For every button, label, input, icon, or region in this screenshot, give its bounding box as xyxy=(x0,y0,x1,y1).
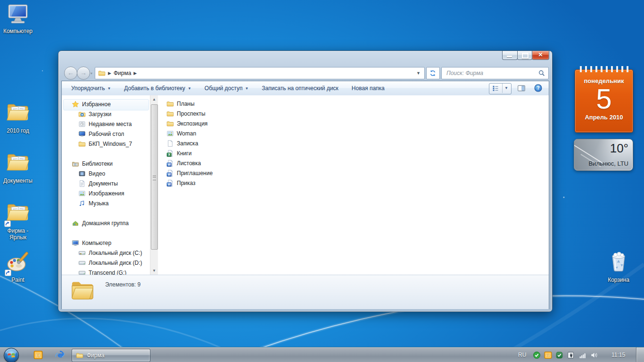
desktop-icon-recycle-bin[interactable]: Корзина xyxy=(602,249,636,283)
start-button[interactable] xyxy=(4,348,19,362)
calendar-day: 5 xyxy=(575,84,633,114)
tray-security-shield-icon[interactable] xyxy=(555,351,563,359)
computer-icon xyxy=(72,239,79,247)
file-item-ekspozitsiya[interactable]: Экспозиция xyxy=(166,119,207,128)
sidebar-item-homegroup[interactable]: Домашняя группа xyxy=(72,219,129,228)
views-dropdown-icon[interactable]: ▼ xyxy=(504,86,508,90)
tray-network-signal-icon[interactable] xyxy=(579,351,587,359)
forward-button[interactable]: → xyxy=(77,67,90,80)
sidebar-item-desktop[interactable]: Рабочий стол xyxy=(78,129,124,139)
desktop-icon-documents[interactable]: Документы xyxy=(1,150,35,184)
system-drive-icon xyxy=(78,249,86,257)
address-dropdown-icon[interactable]: ▼ xyxy=(416,71,421,76)
libraries-icon xyxy=(72,160,79,168)
breadcrumb-arrow-icon[interactable]: ▶ xyxy=(108,71,111,76)
homegroup-icon xyxy=(72,219,79,227)
recycle-bin-icon xyxy=(606,249,631,274)
forward-arrow-icon: → xyxy=(77,67,90,79)
breadcrumb-location[interactable]: Фирма xyxy=(114,70,131,76)
scroll-down-button[interactable]: ▼ xyxy=(150,267,158,275)
calendar-gadget[interactable]: понедельник 5 Апрель 2010 xyxy=(575,69,633,133)
star-icon xyxy=(72,101,79,108)
taskbar-task-firma[interactable]: Фирма xyxy=(72,349,150,362)
file-item-knigi[interactable]: Книги xyxy=(166,149,191,158)
change-view-button[interactable]: ▼ xyxy=(489,83,512,94)
shortcut-arrow-icon xyxy=(4,220,11,227)
toolbar-burn-disc[interactable]: Записать на оптический диск xyxy=(262,85,339,92)
breadcrumb-arrow-icon[interactable]: ▶ xyxy=(133,71,137,76)
calendar-month-year: Апрель 2010 xyxy=(575,114,633,121)
hard-drive-icon xyxy=(78,259,86,267)
taskbar-internet-explorer-icon[interactable] xyxy=(55,350,65,360)
taskbar-outlook-icon[interactable] xyxy=(33,350,43,360)
tray-outlook-icon[interactable] xyxy=(544,351,552,359)
file-item-zapiska[interactable]: Записка xyxy=(166,139,198,148)
help-button[interactable] xyxy=(534,84,542,92)
image-file-icon xyxy=(166,130,174,137)
task-label: Фирма xyxy=(87,352,104,359)
file-item-plany[interactable]: Планы xyxy=(166,99,195,109)
chevron-down-icon: ▼ xyxy=(107,86,111,91)
toolbar-share[interactable]: Общий доступ▼ xyxy=(205,85,249,92)
desktop-icon-computer[interactable]: Компьютер xyxy=(1,2,35,34)
language-indicator[interactable]: RU xyxy=(518,352,526,358)
search-icon[interactable] xyxy=(538,69,545,77)
scrollbar-thumb[interactable] xyxy=(151,104,158,250)
big-folder-icon xyxy=(69,277,96,303)
sidebar-item-disk-c[interactable]: Локальный диск (C:) xyxy=(78,248,142,258)
tray-green-check-icon[interactable] xyxy=(533,351,541,359)
minimize-button[interactable] xyxy=(502,51,518,60)
sidebar-item-recent-places[interactable]: Недавние места xyxy=(78,119,132,129)
sidebar-item-videos[interactable]: Видео xyxy=(78,169,105,178)
file-item-listovka[interactable]: Листовка xyxy=(166,159,201,168)
folder-icon xyxy=(166,110,174,118)
desktop-icon-label: Корзина xyxy=(602,277,636,283)
sidebar-item-bkp-windows7[interactable]: БКП_Windows_7 xyxy=(78,139,132,149)
desktop: Компьютер 2010 год Документы Фирма - Ярл… xyxy=(0,0,644,362)
back-arrow-icon: ← xyxy=(65,67,77,79)
folder-icon xyxy=(78,140,86,148)
sidebar-item-computer[interactable]: Компьютер xyxy=(72,238,111,248)
preview-pane-button[interactable] xyxy=(517,84,526,93)
sidebar-item-disk-d[interactable]: Локальный диск (D:) xyxy=(78,258,142,268)
sidebar-item-favorites[interactable]: Избранное xyxy=(72,100,111,109)
weather-gadget[interactable]: 10° Вильнюс, LTU xyxy=(574,139,633,171)
file-item-woman[interactable]: Woman xyxy=(166,129,196,138)
folder-content: Избранное Загрузки Недавние места Рабочи… xyxy=(62,95,549,275)
close-button[interactable]: ✕ xyxy=(532,51,549,60)
search-box xyxy=(441,67,549,79)
folder-documents-icon xyxy=(5,150,31,175)
sidebar-item-pictures[interactable]: Изображения xyxy=(78,189,124,198)
maximize-button[interactable] xyxy=(517,51,532,60)
toolbar-organize[interactable]: Упорядочить▼ xyxy=(71,85,111,92)
sidebar-item-documents[interactable]: Документы xyxy=(78,179,118,188)
search-input[interactable] xyxy=(446,68,535,78)
desktop-icon-label: Компьютер xyxy=(1,28,35,34)
desktop-icon-firma-shortcut[interactable]: Фирма - Ярлык xyxy=(1,200,35,241)
sidebar-item-music[interactable]: Музыка xyxy=(78,199,108,208)
folder-documents-icon xyxy=(5,100,31,125)
documents-library-icon xyxy=(78,180,86,187)
file-item-prikaz[interactable]: Приказ xyxy=(166,178,196,188)
chevron-down-icon: ▼ xyxy=(245,86,248,91)
tray-volume-icon[interactable] xyxy=(590,351,598,359)
address-bar[interactable]: ▶ Фирма ▶ ▼ xyxy=(95,67,425,79)
show-desktop-button[interactable] xyxy=(636,347,644,362)
sidebar-item-libraries[interactable]: Библиотеки xyxy=(72,159,113,168)
clock[interactable]: 11:15 xyxy=(611,352,625,358)
desktop-icon-2010[interactable]: 2010 год xyxy=(1,100,35,134)
file-item-prospekty[interactable]: Проспекты xyxy=(166,109,206,118)
word-file-icon xyxy=(166,160,174,167)
sidebar-scrollbar[interactable]: ▲ ▼ xyxy=(150,95,158,275)
recent-pages-dropdown[interactable]: ▾ xyxy=(91,71,92,76)
desktop-icon-paint[interactable]: Paint xyxy=(1,250,35,283)
toolbar-add-to-library[interactable]: Добавить в библиотеку▼ xyxy=(124,85,191,92)
back-button[interactable]: ← xyxy=(64,67,77,80)
scroll-up-button[interactable]: ▲ xyxy=(150,95,158,103)
sidebar-item-downloads[interactable]: Загрузки xyxy=(78,109,111,119)
refresh-button[interactable] xyxy=(426,67,440,79)
file-item-priglashenie[interactable]: Приглашение xyxy=(166,168,213,178)
tray-safely-remove-hardware-icon[interactable] xyxy=(567,351,575,359)
toolbar-new-folder[interactable]: Новая папка xyxy=(352,85,385,92)
sidebar-item-transcend-g[interactable]: Transcend (G:) xyxy=(78,268,126,275)
